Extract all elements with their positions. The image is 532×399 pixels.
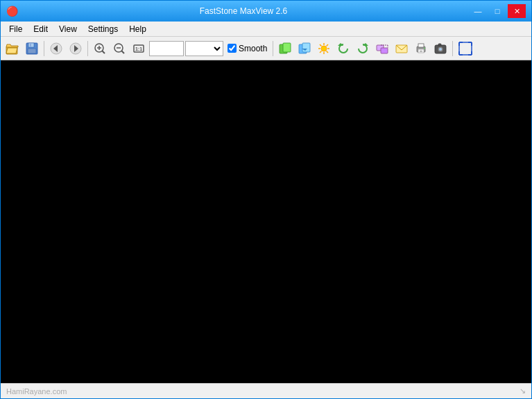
svg-text:1:1: 1:1 <box>135 46 142 51</box>
watermark: HamiRayane.com <box>6 387 67 396</box>
main-window: 🔴 FastStone MaxView 2.6 — □ ✕ File Edit … <box>0 0 532 399</box>
sep3 <box>273 41 273 56</box>
window-controls: — □ ✕ <box>469 4 526 18</box>
title-bar: 🔴 FastStone MaxView 2.6 — □ ✕ <box>1 1 531 22</box>
actual-size-button[interactable]: 1:1 <box>130 40 148 58</box>
menu-edit[interactable]: Edit <box>28 23 53 35</box>
svg-rect-40 <box>418 44 424 47</box>
rotate-ccw-button[interactable] <box>334 40 352 58</box>
color-enhance-button[interactable] <box>315 40 333 58</box>
zoom-out-button[interactable] <box>110 40 128 58</box>
sep1 <box>44 41 44 56</box>
resize-button[interactable] <box>373 40 391 58</box>
open-button[interactable] <box>3 40 22 58</box>
menu-help[interactable]: Help <box>123 23 152 35</box>
zoom-in-button[interactable] <box>91 40 109 58</box>
move-to-button[interactable] <box>295 40 314 58</box>
menu-view[interactable]: View <box>53 23 83 35</box>
title-text: FastStone MaxView 2.6 <box>18 6 469 16</box>
menu-bar: File Edit View Settings Help <box>1 22 531 37</box>
maximize-button[interactable]: □ <box>488 4 506 18</box>
svg-line-31 <box>320 51 322 53</box>
svg-rect-21 <box>302 43 310 52</box>
smooth-checkbox[interactable] <box>228 44 237 53</box>
svg-rect-19 <box>283 43 291 52</box>
svg-rect-48 <box>438 44 441 46</box>
zoom-input[interactable] <box>149 41 184 56</box>
svg-point-47 <box>439 48 442 51</box>
svg-line-30 <box>327 44 329 46</box>
svg-line-15 <box>122 51 125 53</box>
svg-point-23 <box>321 46 327 51</box>
forward-button[interactable] <box>67 40 85 58</box>
rotate-cw-button[interactable] <box>354 40 372 58</box>
title-bar-left: 🔴 <box>6 6 18 17</box>
minimize-button[interactable]: — <box>469 4 487 18</box>
svg-rect-4 <box>30 44 31 46</box>
back-button[interactable] <box>47 40 65 58</box>
save-button[interactable] <box>23 40 41 58</box>
resize-grip: ↘ <box>520 387 526 396</box>
sep2 <box>87 41 88 56</box>
screen-capture-button[interactable] <box>431 40 449 58</box>
menu-settings[interactable]: Settings <box>83 23 123 35</box>
toolbar: 1:1 25% 50% 75% 100% Fit Smooth <box>1 37 531 60</box>
print-button[interactable] <box>412 40 430 58</box>
close-button[interactable]: ✕ <box>508 4 526 18</box>
status-bar: HamiRayane.com ↘ <box>1 383 531 398</box>
menu-file[interactable]: File <box>3 23 28 35</box>
fit-window-button[interactable] <box>456 40 475 58</box>
zoom-dropdown[interactable]: 25% 50% 75% 100% Fit <box>185 41 223 56</box>
svg-point-44 <box>424 47 425 49</box>
image-canvas <box>1 60 531 383</box>
svg-rect-35 <box>381 48 388 53</box>
svg-rect-3 <box>28 49 36 53</box>
svg-line-29 <box>327 51 329 53</box>
sep4 <box>452 41 453 56</box>
email-button[interactable] <box>393 40 411 58</box>
app-icon: 🔴 <box>6 6 18 17</box>
svg-rect-49 <box>459 42 472 55</box>
smooth-label[interactable]: Smooth <box>228 44 267 53</box>
svg-line-12 <box>103 51 105 53</box>
copy-to-button[interactable] <box>276 40 294 58</box>
smooth-text: Smooth <box>239 44 267 53</box>
svg-line-28 <box>320 44 322 46</box>
